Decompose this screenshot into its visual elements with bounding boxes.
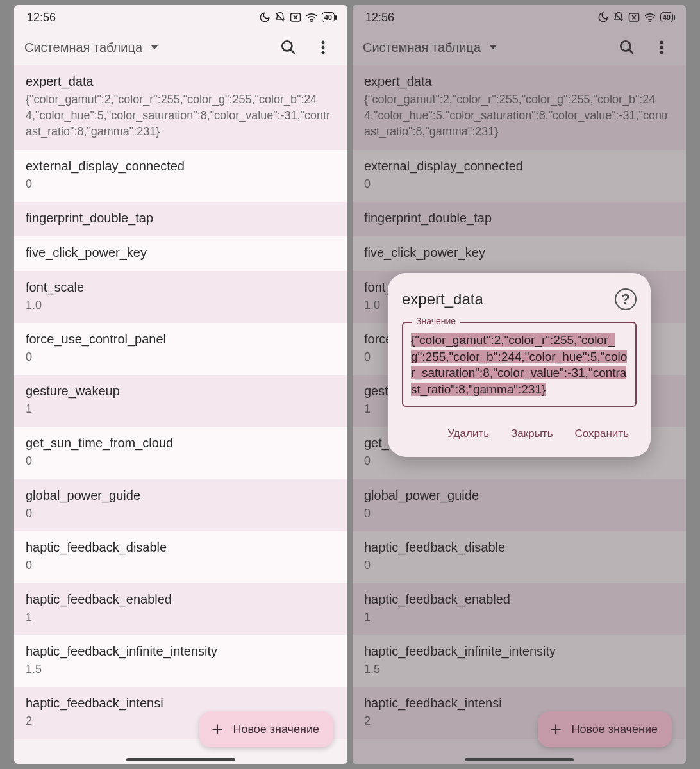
row-value: 0	[26, 558, 336, 574]
row-key: fingerprint_double_tap	[364, 210, 674, 227]
row-value: 1	[364, 609, 674, 625]
row-key: global_power_guide	[26, 487, 336, 504]
dialog-title: expert_data	[402, 290, 483, 308]
nav-handle[interactable]	[465, 758, 574, 761]
list-item[interactable]: gesture_wakeup1	[14, 375, 347, 427]
list-item[interactable]: haptic_feedback_infinite_intensity1.5	[14, 635, 347, 687]
search-button[interactable]	[274, 33, 303, 62]
row-value: 1	[26, 609, 336, 625]
delete-button[interactable]: Удалить	[440, 421, 497, 447]
row-value: 0	[26, 453, 336, 469]
list-item[interactable]: haptic_feedback_infinite_intensity1.5	[353, 635, 686, 687]
close-box-icon	[628, 12, 640, 22]
fab-new-value[interactable]: Новое значение	[199, 711, 333, 747]
field-label: Значение	[412, 316, 460, 326]
list-item[interactable]: fingerprint_double_tap	[353, 202, 686, 236]
list-item[interactable]: five_click_power_key	[353, 236, 686, 271]
row-value: {"color_gamut":2,"color_r":255,"color_g"…	[26, 92, 336, 140]
overflow-button[interactable]	[309, 33, 337, 62]
row-key: haptic_feedback_disable	[364, 539, 674, 556]
row-key: expert_data	[364, 73, 674, 90]
search-button[interactable]	[613, 33, 641, 62]
row-key: expert_data	[26, 73, 336, 90]
row-key: get_sun_time_from_cloud	[26, 434, 336, 452]
row-value: 0	[364, 176, 674, 192]
close-box-icon	[290, 12, 301, 22]
search-icon	[619, 39, 635, 56]
svg-point-9	[660, 41, 663, 44]
settings-list[interactable]: expert_data{"color_gamut":2,"color_r":25…	[14, 65, 347, 764]
mute-icon	[274, 12, 286, 23]
svg-point-11	[660, 51, 663, 54]
list-item[interactable]: global_power_guide0	[353, 479, 686, 531]
save-button[interactable]: Сохранить	[567, 421, 637, 447]
row-key: five_click_power_key	[364, 244, 674, 261]
search-icon	[280, 39, 297, 56]
svg-point-5	[322, 51, 325, 54]
status-icons: 40	[259, 12, 335, 23]
nav-handle[interactable]	[126, 758, 235, 761]
row-key: external_display_connected	[364, 158, 674, 175]
list-item[interactable]: expert_data{"color_gamut":2,"color_r":25…	[353, 65, 686, 150]
list-item[interactable]: font_scale1.0	[14, 271, 347, 323]
screen: 12:56 40 Системная таблица	[14, 5, 347, 764]
battery-icon: 40	[322, 12, 335, 22]
chevron-down-icon	[150, 44, 159, 51]
list-item[interactable]: external_display_connected0	[353, 150, 686, 202]
svg-point-7	[649, 21, 651, 22]
toolbar: Системная таблица	[14, 29, 347, 65]
plus-icon	[211, 723, 224, 736]
mute-icon	[613, 12, 624, 23]
field-value[interactable]: {"color_gamut":2,"color_r":255,"color_g"…	[411, 332, 628, 398]
fab-new-value[interactable]: Новое значение	[538, 711, 672, 747]
list-item[interactable]: haptic_feedback_enabled1	[14, 583, 347, 635]
row-key: force_use_control_panel	[26, 331, 336, 348]
wifi-icon	[305, 12, 318, 22]
list-item[interactable]: haptic_feedback_disable0	[353, 531, 686, 583]
table-dropdown[interactable]: Системная таблица	[24, 40, 159, 55]
wifi-icon	[644, 12, 656, 22]
clock: 12:56	[27, 11, 56, 24]
list-item[interactable]: haptic_feedback_enabled1	[353, 583, 686, 635]
list-item[interactable]: fingerprint_double_tap	[14, 202, 347, 236]
fab-label: Новое значение	[233, 723, 319, 736]
dropdown-label: Системная таблица	[363, 40, 481, 55]
row-key: five_click_power_key	[26, 244, 336, 261]
row-key: haptic_feedback_infinite_intensity	[364, 643, 674, 660]
row-key: font_scale	[26, 279, 336, 296]
list-item[interactable]: get_sun_time_from_cloud0	[14, 427, 347, 479]
close-button[interactable]: Закрыть	[503, 421, 560, 447]
row-key: haptic_feedback_enabled	[364, 591, 674, 608]
phone-left: 12:56 40 Системная таблица	[14, 5, 347, 764]
edit-dialog: expert_data ? Значение {"color_gamut":2,…	[388, 273, 651, 457]
table-dropdown[interactable]: Системная таблица	[363, 40, 497, 55]
list-item[interactable]: expert_data{"color_gamut":2,"color_r":25…	[14, 65, 347, 150]
list-item[interactable]: global_power_guide0	[14, 479, 347, 531]
row-value: 0	[26, 506, 336, 522]
svg-point-1	[311, 21, 312, 22]
clock: 12:56	[365, 11, 394, 24]
dropdown-label: Системная таблица	[24, 40, 142, 55]
row-value: 0	[26, 349, 336, 365]
svg-point-2	[282, 41, 292, 51]
row-value: {"color_gamut":2,"color_r":255,"color_g"…	[364, 92, 674, 140]
value-field[interactable]: Значение {"color_gamut":2,"color_r":255,…	[402, 322, 637, 407]
more-icon	[321, 40, 325, 55]
list-item[interactable]: external_display_connected0	[14, 150, 347, 202]
row-key: fingerprint_double_tap	[26, 210, 336, 227]
list-item[interactable]: force_use_control_panel0	[14, 323, 347, 375]
row-key: haptic_feedback_disable	[26, 539, 336, 556]
battery-icon: 40	[660, 12, 673, 22]
svg-point-3	[322, 41, 325, 44]
row-key: external_display_connected	[26, 158, 336, 175]
row-key: global_power_guide	[364, 487, 674, 504]
row-value: 1.5	[26, 661, 336, 677]
list-item[interactable]: haptic_feedback_disable0	[14, 531, 347, 583]
more-icon	[660, 40, 663, 55]
help-button[interactable]: ?	[615, 288, 637, 310]
toolbar: Системная таблица	[353, 29, 686, 65]
row-value: 0	[364, 558, 674, 574]
overflow-button[interactable]	[647, 33, 676, 62]
svg-point-10	[660, 46, 663, 49]
list-item[interactable]: five_click_power_key	[14, 236, 347, 271]
